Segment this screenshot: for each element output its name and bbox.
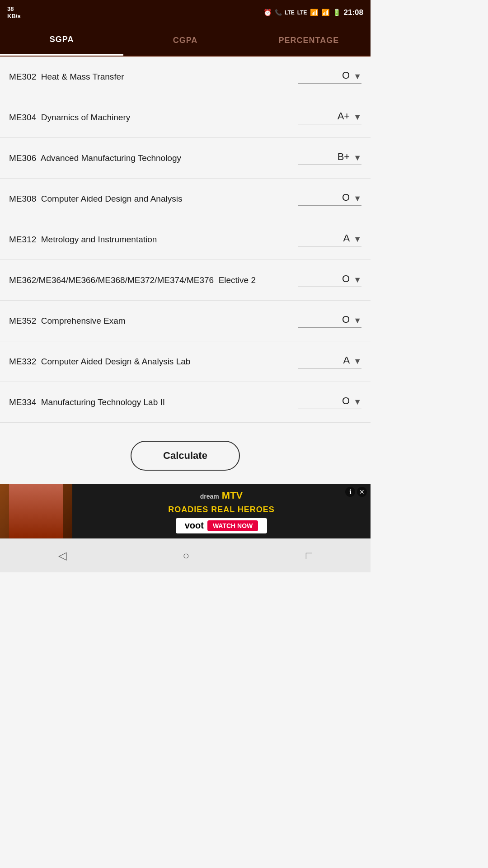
content-area: ME302 Heat & Mass Transfer O ▼ ME304 Dyn…	[0, 57, 371, 484]
course-name-me312: ME312 Metrology and Instrumentation	[9, 234, 298, 245]
call-icon: 📞	[275, 9, 282, 16]
grade-dropdown-me312[interactable]: A ▼	[298, 232, 361, 246]
course-row-me302: ME302 Heat & Mass Transfer O ▼	[0, 57, 371, 97]
calculate-section: Calculate	[0, 423, 371, 484]
course-row-me332: ME332 Computer Aided Design & Analysis L…	[0, 341, 371, 382]
nav-bar: ◁ ○ □	[0, 538, 371, 572]
course-name-me332: ME332 Computer Aided Design & Analysis L…	[9, 356, 298, 368]
course-row-me312: ME312 Metrology and Instrumentation A ▼	[0, 219, 371, 260]
course-name-me352: ME352 Comprehensive Exam	[9, 315, 298, 327]
ad-person-image	[9, 484, 63, 538]
status-time: 21:08	[344, 8, 363, 17]
tab-sgpa[interactable]: SGPA	[0, 25, 123, 56]
ad-info-icon[interactable]: ℹ	[345, 487, 355, 497]
grade-value-me312: A	[343, 232, 350, 244]
grade-value-me332: A	[343, 354, 350, 366]
chevron-down-icon: ▼	[353, 153, 361, 163]
ad-mtv-logo: MTV	[222, 490, 243, 501]
chevron-down-icon: ▼	[353, 316, 361, 326]
network-speed: 38KB/s	[7, 5, 21, 19]
ad-text-area: dream MTV ROADIES REAL HEROES voot WATCH…	[72, 485, 371, 538]
course-row-me334: ME334 Manufacturing Technology Lab II O …	[0, 382, 371, 423]
grade-dropdown-me304[interactable]: A+ ▼	[298, 110, 361, 124]
course-row-me308: ME308 Computer Aided Design and Analysis…	[0, 179, 371, 219]
recent-apps-button[interactable]: □	[306, 549, 313, 562]
grade-dropdown-me308[interactable]: O ▼	[298, 192, 361, 206]
course-name-me306: ME306 Advanced Manufacturing Technology	[9, 152, 298, 164]
ad-show-name: ROADIES REAL HEROES	[168, 505, 275, 514]
grade-value-elective2: O	[342, 273, 350, 285]
course-name-me302: ME302 Heat & Mass Transfer	[9, 71, 298, 83]
grade-value-me304: A+	[338, 110, 350, 122]
battery-icon: 🔋	[333, 9, 341, 17]
voot-logo: voot	[185, 520, 204, 531]
course-name-me334: ME334 Manufacturing Technology Lab II	[9, 396, 298, 408]
grade-value-me352: O	[342, 314, 350, 326]
chevron-down-icon: ▼	[353, 194, 361, 203]
course-row-me306: ME306 Advanced Manufacturing Technology …	[0, 138, 371, 179]
lte-icon-2: LTE	[297, 9, 307, 16]
calculate-button[interactable]: Calculate	[131, 441, 240, 471]
course-row-elective2: ME362/ME364/ME366/ME368/ME372/ME374/ME37…	[0, 260, 371, 301]
course-name-me304: ME304 Dynamics of Machinery	[9, 112, 298, 123]
course-row-me304: ME304 Dynamics of Machinery A+ ▼	[0, 97, 371, 138]
grade-dropdown-me352[interactable]: O ▼	[298, 314, 361, 328]
back-button[interactable]: ◁	[58, 549, 66, 562]
tab-bar: SGPA CGPA PERCENTAGE	[0, 25, 371, 57]
grade-dropdown-me302[interactable]: O ▼	[298, 70, 361, 84]
chevron-down-icon: ▼	[353, 113, 361, 122]
signal-icon-1: 📶	[310, 9, 319, 17]
home-button[interactable]: ○	[183, 549, 189, 562]
status-icons: ⏰ 📞 LTE LTE 📶 📶 🔋 21:08	[263, 8, 363, 17]
grade-dropdown-elective2[interactable]: O ▼	[298, 273, 361, 287]
ad-close-button[interactable]: ✕	[357, 487, 367, 497]
grade-value-me302: O	[342, 70, 350, 81]
signal-icon-2: 📶	[321, 9, 330, 17]
grade-value-me334: O	[342, 395, 350, 407]
tab-cgpa[interactable]: CGPA	[123, 25, 247, 56]
ad-content: dream MTV ROADIES REAL HEROES voot WATCH…	[0, 484, 371, 538]
watch-now-button[interactable]: WATCH NOW	[207, 520, 258, 531]
grade-value-me306: B+	[338, 151, 350, 163]
alarm-icon: ⏰	[263, 9, 272, 17]
grade-value-me308: O	[342, 192, 350, 203]
ad-image	[0, 484, 72, 538]
ad-voot-cta[interactable]: voot WATCH NOW	[176, 518, 267, 533]
course-name-me308: ME308 Computer Aided Design and Analysis	[9, 193, 298, 205]
grade-dropdown-me332[interactable]: A ▼	[298, 354, 361, 368]
status-bar: 38KB/s ⏰ 📞 LTE LTE 📶 📶 🔋 21:08	[0, 0, 371, 25]
ad-banner[interactable]: dream MTV ROADIES REAL HEROES voot WATCH…	[0, 484, 371, 538]
course-name-elective2: ME362/ME364/ME366/ME368/ME372/ME374/ME37…	[9, 274, 298, 286]
tab-percentage[interactable]: PERCENTAGE	[247, 25, 371, 56]
chevron-down-icon: ▼	[353, 72, 361, 81]
chevron-down-icon: ▼	[353, 275, 361, 285]
grade-dropdown-me306[interactable]: B+ ▼	[298, 151, 361, 165]
chevron-down-icon: ▼	[353, 357, 361, 366]
lte-icon-1: LTE	[285, 9, 295, 16]
course-row-me352: ME352 Comprehensive Exam O ▼	[0, 301, 371, 341]
chevron-down-icon: ▼	[353, 235, 361, 244]
ad-logo: dream MTV	[200, 490, 243, 501]
chevron-down-icon: ▼	[353, 397, 361, 407]
grade-dropdown-me334[interactable]: O ▼	[298, 395, 361, 409]
